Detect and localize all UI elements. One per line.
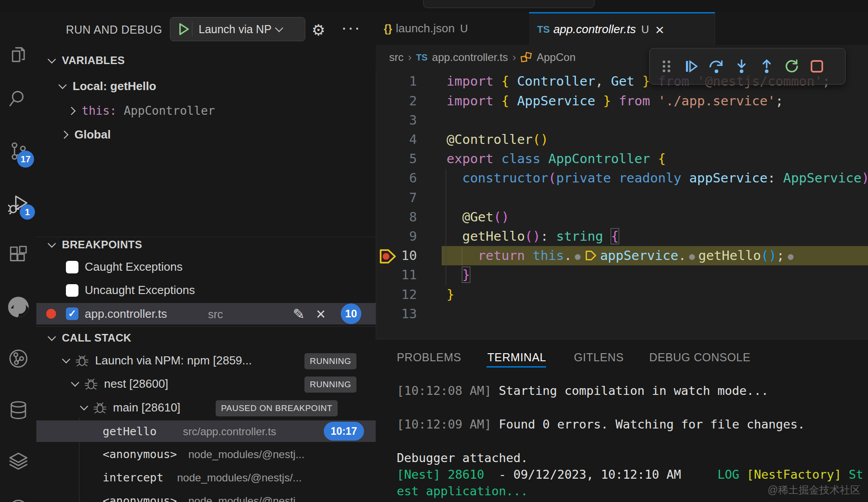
stack-frame-row[interactable]: <anonymous> [103, 494, 177, 502]
line-number[interactable]: 6 [376, 169, 417, 188]
code-token: return [478, 248, 533, 263]
code-line[interactable]: 7 [0, 188, 868, 208]
line-number[interactable]: 2 [376, 91, 417, 111]
button-divider [192, 22, 192, 37]
line-number[interactable]: 12 [376, 285, 417, 304]
editor-tab-bar: {} launch.json U TS app.controller.ts U … [376, 12, 868, 45]
tab-debug-console[interactable]: DEBUG CONSOLE [649, 351, 751, 364]
launch-config-button[interactable]: Launch via NP [170, 17, 305, 41]
stack-frame-row[interactable]: intercept [103, 471, 163, 484]
inline-breakpoint-candidate-icon[interactable] [788, 254, 794, 260]
frame-name: <anonymous> [103, 448, 177, 461]
typescript-icon: TS [529, 24, 550, 35]
remote-graph-icon[interactable] [8, 498, 29, 502]
line-number[interactable]: 9 [376, 227, 417, 246]
command-center[interactable] [423, 0, 595, 8]
code-token: @Get [462, 209, 494, 225]
line-number[interactable]: 5 [376, 149, 417, 169]
code-line[interactable]: 3 [0, 111, 868, 130]
chevron-down-icon [62, 355, 70, 363]
sidebar-title: RUN AND DEBUG [66, 23, 162, 36]
paused-breakpoint-icon[interactable] [378, 247, 398, 265]
line-number[interactable]: 7 [376, 188, 417, 208]
code-line[interactable]: 6 constructor(private readonly appServic… [0, 169, 868, 188]
class-symbol-icon [521, 52, 532, 63]
code-token: import [447, 93, 501, 108]
more-actions-icon[interactable]: ··· [341, 18, 361, 38]
stack-frame-row[interactable]: <anonymous> [103, 448, 177, 461]
restart-icon[interactable] [783, 58, 800, 75]
gear-icon[interactable]: ⚙ [312, 21, 325, 39]
bug-icon [75, 354, 89, 368]
line-number[interactable]: 4 [376, 130, 417, 149]
step-out-icon[interactable] [758, 58, 775, 75]
code-token: () [525, 229, 541, 244]
code-line[interactable]: 9 getHello(): string { [0, 227, 868, 247]
code-line[interactable]: 5export class AppController { [0, 149, 868, 169]
launch-config-label[interactable]: Launch via NP [193, 23, 276, 36]
code-token: AppService [783, 170, 862, 186]
line-number[interactable]: 13 [376, 304, 417, 324]
code-token: string [556, 229, 611, 244]
step-over-icon[interactable] [708, 58, 725, 75]
inline-breakpoint-candidate-icon[interactable] [575, 254, 581, 260]
close-icon[interactable]: × [651, 22, 669, 37]
code-line[interactable]: 4@Controller() [0, 130, 868, 150]
drag-handle-icon[interactable] [658, 58, 675, 75]
section-call-stack[interactable]: CALL STACK [49, 332, 131, 344]
tab-launch-json[interactable]: {} launch.json U [376, 12, 529, 45]
continue-icon[interactable] [683, 58, 700, 75]
tab-terminal[interactable]: TERMINAL [487, 351, 546, 364]
code-token [595, 93, 603, 108]
code-line[interactable]: 8 @Get() [0, 208, 868, 227]
code-token: @Controller [447, 132, 533, 147]
code-token: ) [861, 170, 868, 186]
code-token: ; [777, 248, 784, 263]
debug-thread-row[interactable]: main [28610] [81, 401, 180, 415]
code-token [611, 93, 619, 108]
line-number[interactable]: 8 [376, 208, 417, 227]
stack-frame-row-selected[interactable]: getHello src/app.controller.ts 10:17 [36, 420, 376, 442]
line-number[interactable]: 1 [376, 72, 417, 91]
bug-icon [84, 377, 98, 391]
explorer-icon[interactable] [8, 45, 29, 66]
code-token: { [501, 93, 517, 108]
section-variables[interactable]: VARIABLES [49, 54, 125, 67]
code-token: () [533, 132, 548, 147]
inline-breakpoint-candidate-icon[interactable] [689, 254, 695, 260]
terminal-line: [Nest] 28610 - 09/12/2023, 10:12:10 AM L… [397, 466, 863, 483]
breadcrumb-src[interactable]: src [376, 51, 404, 64]
code-token: './app.service' [658, 93, 775, 108]
debug-session-row[interactable]: Launch via NPM: npm [2859... [63, 354, 252, 368]
code-line[interactable]: 13 [0, 304, 868, 324]
tab-gitlens[interactable]: GITLENS [574, 351, 624, 364]
code-token: } [447, 287, 454, 302]
start-debug-icon[interactable] [176, 22, 191, 37]
chevron-down-icon [71, 378, 79, 386]
code-token: } [603, 93, 611, 108]
code-line[interactable]: 12} [0, 285, 868, 305]
code-token: getHello [462, 229, 525, 244]
gitlens-icon[interactable] [8, 348, 29, 369]
breadcrumb-symbol[interactable]: AppCon [532, 51, 576, 64]
tab-problems[interactable]: PROBLEMS [397, 351, 461, 364]
terminal-line: [10:12:08 AM] Starting compilation in wa… [397, 382, 768, 399]
code-line[interactable]: 2import { AppService } from './app.servi… [0, 91, 868, 111]
breadcrumb-file[interactable]: app.controller.ts [428, 51, 508, 64]
layers-icon[interactable] [8, 451, 29, 472]
step-into-icon[interactable] [733, 58, 750, 75]
line-number[interactable]: 11 [376, 265, 417, 285]
database-icon[interactable] [8, 400, 29, 420]
code-line[interactable]: 11 } [0, 265, 868, 285]
frame-path: node_modules/@nestj... [188, 495, 304, 502]
stop-icon[interactable] [808, 58, 825, 75]
tab-app-controller[interactable]: TS app.controller.ts U × [529, 12, 715, 45]
code-token: export [447, 151, 501, 166]
code-token: () [494, 209, 509, 225]
code-line[interactable]: 10 return this.appService.getHello(); [0, 246, 868, 266]
code-token: ; [775, 93, 783, 108]
line-number[interactable]: 3 [376, 111, 417, 130]
chevron-down-icon [48, 55, 56, 63]
debug-session-row[interactable]: nest [28600] [72, 377, 168, 391]
code-token: , [595, 74, 611, 89]
